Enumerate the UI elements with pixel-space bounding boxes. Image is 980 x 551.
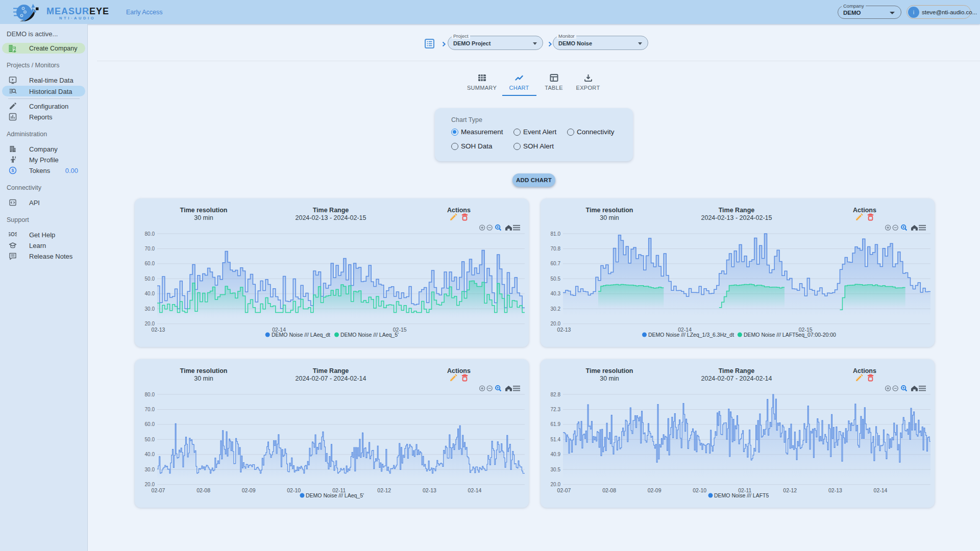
svg-text:40.9: 40.9 — [551, 452, 561, 457]
svg-text:20.0: 20.0 — [551, 321, 561, 327]
svg-text:70.8: 70.8 — [551, 246, 561, 252]
svg-text:60.0: 60.0 — [145, 261, 155, 266]
svg-text:20.0: 20.0 — [145, 321, 155, 327]
svg-text:02-12: 02-12 — [377, 487, 391, 493]
svg-text:60.0: 60.0 — [145, 421, 155, 427]
svg-text:20.0: 20.0 — [145, 482, 155, 487]
svg-text:60.7: 60.7 — [551, 261, 561, 266]
svg-text:40.3: 40.3 — [551, 291, 561, 296]
svg-text:DEMO Noise /// LZeq_1/3_6.3Hz_: DEMO Noise /// LZeq_1/3_6.3Hz_dt — [648, 332, 734, 338]
svg-text:50.5: 50.5 — [551, 276, 561, 282]
svg-text:61.9: 61.9 — [551, 421, 561, 427]
svg-text:72.3: 72.3 — [551, 407, 561, 412]
svg-text:30.2: 30.2 — [551, 306, 561, 312]
svg-text:51.4: 51.4 — [551, 437, 561, 442]
svg-text:20.0: 20.0 — [551, 482, 561, 487]
svg-text:DEMO Noise /// LAeq_5': DEMO Noise /// LAeq_5' — [340, 332, 399, 338]
svg-text:80.0: 80.0 — [145, 231, 155, 237]
svg-text:02-08: 02-08 — [197, 487, 210, 493]
svg-text:02-14: 02-14 — [874, 487, 888, 493]
svg-text:81.0: 81.0 — [551, 231, 561, 237]
svg-text:50.0: 50.0 — [145, 437, 155, 442]
svg-text:$: $ — [11, 168, 14, 173]
svg-text:02-10: 02-10 — [287, 487, 301, 493]
svg-text:40.0: 40.0 — [145, 452, 155, 457]
svg-text:70.0: 70.0 — [145, 246, 155, 252]
svg-text:02-13: 02-13 — [152, 327, 165, 333]
svg-text:02-13: 02-13 — [423, 487, 436, 493]
svg-text:DEMO Noise /// LAFT5eq_07:00-2: DEMO Noise /// LAFT5eq_07:00-20:00 — [744, 332, 836, 338]
svg-text:70.0: 70.0 — [145, 407, 155, 412]
svg-text:02-09: 02-09 — [242, 487, 256, 493]
svg-text:02-08: 02-08 — [602, 487, 616, 493]
svg-text:30.0: 30.0 — [145, 467, 155, 472]
svg-text:DEMO Noise /// LAFT5: DEMO Noise /// LAFT5 — [714, 492, 769, 498]
svg-text:02-07: 02-07 — [152, 487, 165, 493]
svg-text:02-07: 02-07 — [557, 487, 571, 493]
svg-text:02-10: 02-10 — [693, 487, 706, 493]
svg-text:02-12: 02-12 — [783, 487, 797, 493]
svg-text:DEMO Noise /// LAeq_5': DEMO Noise /// LAeq_5' — [306, 492, 364, 498]
svg-text:80.0: 80.0 — [145, 392, 155, 397]
svg-text:02-13: 02-13 — [557, 327, 571, 333]
svg-text:02-13: 02-13 — [828, 487, 842, 493]
svg-text:02-09: 02-09 — [648, 487, 662, 493]
svg-text:30.5: 30.5 — [551, 467, 561, 472]
svg-text:02-14: 02-14 — [468, 487, 482, 493]
svg-text:40.0: 40.0 — [145, 291, 155, 296]
svg-text:82.8: 82.8 — [551, 392, 561, 397]
svg-text:SOS: SOS — [9, 232, 17, 237]
svg-text:30.0: 30.0 — [145, 306, 155, 312]
svg-text:DEMO Noise /// LAeq_dt: DEMO Noise /// LAeq_dt — [272, 332, 330, 338]
svg-text:50.0: 50.0 — [145, 276, 155, 282]
